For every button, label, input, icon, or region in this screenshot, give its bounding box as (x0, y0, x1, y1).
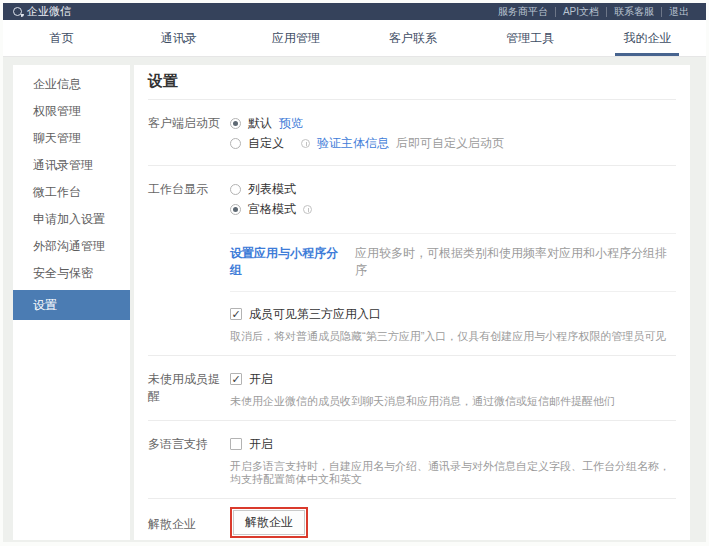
unused-reminder-desc: 未使用企业微信的成员收到聊天消息和应用消息，通过微信或短信邮件提醒他们 (230, 395, 676, 408)
topbar-link-contact-support[interactable]: 联系客服 (606, 7, 661, 17)
grid-mode-label: 宫格模式 (248, 201, 296, 218)
dissolve-button-highlight: 解散企业 (230, 507, 308, 538)
row-unused-member-reminder: 未使用成员提醒 ✓ 开启 未使用企业微信的成员收到聊天消息和应用消息，通过微信或… (148, 356, 676, 421)
third-party-visible-label: 成员可见第三方应用入口 (249, 306, 381, 323)
sidebar-item-external-communication[interactable]: 外部沟通管理 (13, 233, 130, 260)
sidebar-item-security[interactable]: 安全与保密 (13, 260, 130, 287)
tab-home[interactable]: 首页 (3, 20, 120, 56)
row-dissolve-company: 解散企业 解散企业 解散后，企业内的所有消息记录和企业通讯录都会删除，成员将无法… (148, 499, 676, 540)
tab-app-management[interactable]: 应用管理 (237, 20, 354, 56)
page-title: 设置 (148, 72, 676, 100)
sidebar: 企业信息 权限管理 聊天管理 通讯录管理 微工作台 申请加入设置 外部沟通管理 … (13, 65, 130, 540)
topbar-link-api-docs[interactable]: API文档 (555, 7, 606, 17)
main-nav: 首页 通讯录 应用管理 客户联系 管理工具 我的企业 (3, 20, 706, 57)
topbar-links: 服务商平台 API文档 联系客服 退出 (491, 7, 696, 17)
app-logo: 企业微信 (13, 6, 71, 17)
multilang-toggle-label: 开启 (249, 436, 273, 453)
sidebar-item-permissions[interactable]: 权限管理 (13, 98, 130, 125)
unused-reminder-toggle-label: 开启 (249, 371, 273, 388)
row-label: 工作台显示 (148, 179, 230, 343)
topbar-link-service-provider[interactable]: 服务商平台 (491, 7, 555, 17)
default-radio[interactable] (230, 118, 241, 129)
row-multilang-support: 多语言支持 开启 开启多语言支持时，自建应用名与介绍、通讯录与对外信息自定义字段… (148, 421, 676, 499)
wechat-work-logo-icon (13, 7, 22, 16)
app-grouping-desc: 应用较多时，可根据类别和使用频率对应用和小程序分组排序 (355, 245, 676, 279)
sidebar-item-company-info[interactable]: 企业信息 (13, 71, 130, 98)
unused-reminder-checkbox[interactable]: ✓ (230, 373, 242, 385)
custom-radio-label: 自定义 (248, 135, 284, 152)
row-label: 客户端启动页 (148, 113, 230, 153)
topbar-link-logout[interactable]: 退出 (661, 7, 696, 17)
preview-link[interactable]: 预览 (279, 115, 303, 132)
third-party-visible-desc: 取消后，将对普通成员隐藏“第三方应用”入口，仅具有创建应用与小程序权限的管理员可… (230, 330, 676, 343)
row-workbench-display: 工作台显示 列表模式 宫格模式 设置应用与小程序分组 应用较多时，可根据类别和 (148, 166, 676, 356)
row-client-launch-page: 客户端启动页 默认 预览 自定义 验证主体信息 后即可自定义启动页 (148, 100, 676, 166)
settings-panel: 设置 客户端启动页 默认 预览 自定义 验证主体信息 后即可自定义启动页 (134, 65, 690, 540)
custom-radio[interactable] (230, 138, 241, 149)
multilang-desc: 开启多语言支持时，自建应用名与介绍、通讯录与对外信息自定义字段、工作台分组名称，… (230, 460, 676, 486)
list-mode-radio[interactable] (230, 184, 241, 195)
tab-contacts[interactable]: 通讯录 (120, 20, 237, 56)
tab-customer-contact[interactable]: 客户联系 (355, 20, 472, 56)
verify-identity-link[interactable]: 验证主体信息 (317, 135, 389, 152)
row-label: 多语言支持 (148, 434, 230, 486)
screen: 企业微信 服务商平台 API文档 联系客服 退出 首页 通讯录 应用管理 客户联… (0, 0, 709, 546)
list-mode-label: 列表模式 (248, 181, 296, 198)
sidebar-item-settings[interactable]: 设置 (13, 290, 130, 320)
multilang-checkbox[interactable] (230, 438, 242, 450)
topbar: 企业微信 服务商平台 API文档 联系客服 退出 (3, 3, 706, 20)
app-logo-text: 企业微信 (27, 6, 71, 17)
info-icon (301, 139, 310, 148)
sidebar-item-micro-workbench[interactable]: 微工作台 (13, 179, 130, 206)
grid-mode-radio[interactable] (230, 204, 241, 215)
row-label: 解散企业 (148, 507, 230, 540)
info-icon (303, 205, 312, 214)
row-label: 未使用成员提醒 (148, 369, 230, 408)
sidebar-item-contacts-management[interactable]: 通讯录管理 (13, 152, 130, 179)
default-radio-label: 默认 (248, 115, 272, 132)
verify-suffix-text: 后即可自定义启动页 (396, 135, 504, 152)
third-party-visible-checkbox[interactable]: ✓ (230, 308, 242, 320)
app-grouping-link[interactable]: 设置应用与小程序分组 (230, 245, 349, 279)
tab-my-company[interactable]: 我的企业 (589, 20, 706, 56)
dissolve-company-button[interactable]: 解散企业 (233, 510, 305, 535)
tab-admin-tools[interactable]: 管理工具 (472, 20, 589, 56)
sidebar-item-chat-management[interactable]: 聊天管理 (13, 125, 130, 152)
sidebar-item-join-settings[interactable]: 申请加入设置 (13, 206, 130, 233)
